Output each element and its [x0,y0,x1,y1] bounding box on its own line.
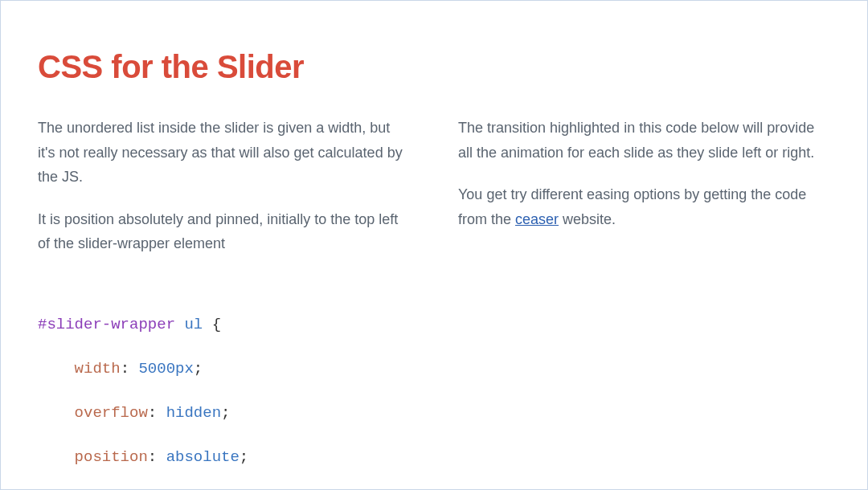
left-paragraph-2: It is position absolutely and pinned, in… [38,207,410,256]
code-rule-overflow: overflow: hidden; [38,402,830,425]
code-block: #slider-wrapper ul { width: 5000px; over… [38,314,830,490]
slide-title: CSS for the Slider [38,49,830,85]
right-paragraph-2: You get try different easing options by … [458,182,830,231]
right-paragraph-1: The transition highlighted in this code … [458,116,830,165]
right-paragraph-2b: website. [559,211,616,227]
code-rule-width: width: 5000px; [38,358,830,381]
right-paragraph-2a: You get try different easing options by … [458,186,806,227]
slide-container: CSS for the Slider The unordered list in… [0,0,868,490]
ceaser-link[interactable]: ceaser [515,211,559,227]
content-columns: The unordered list inside the slider is … [38,116,830,274]
right-column: The transition highlighted in this code … [458,116,830,274]
code-rule-position: position: absolute; [38,447,830,469]
code-selector-line: #slider-wrapper ul { [38,314,830,337]
left-paragraph-1: The unordered list inside the slider is … [38,116,410,190]
left-column: The unordered list inside the slider is … [38,116,410,274]
